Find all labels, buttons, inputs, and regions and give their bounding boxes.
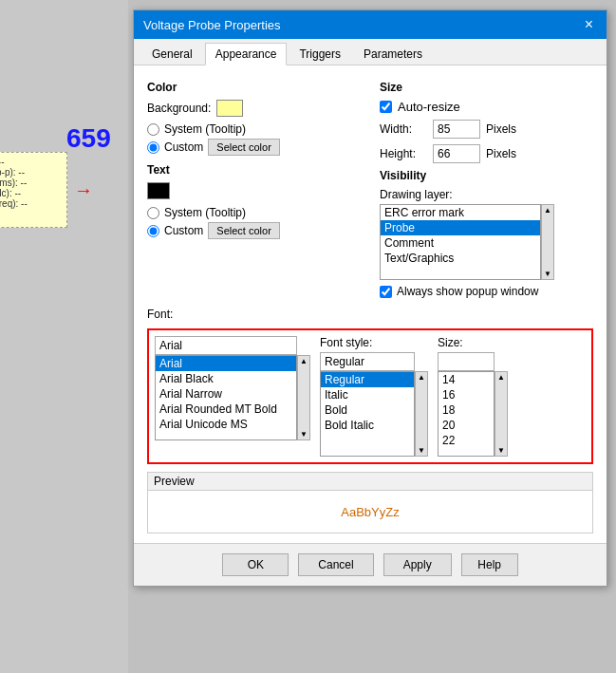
style-list[interactable]: Regular Italic Bold Bold Italic [320, 371, 415, 457]
font-list-container: Arial Arial Black Arial Narrow Arial Rou… [155, 355, 310, 440]
text-label: Text [147, 163, 361, 177]
font-label: Font: [147, 308, 593, 321]
layer-list[interactable]: ERC error mark Probe Comment Text/Graphi… [380, 204, 541, 280]
style-scrollbar[interactable]: ▲ ▼ [415, 371, 428, 457]
preview-text: AaBbYyZz [341, 505, 399, 519]
style-scroll-down[interactable]: ▼ [416, 445, 427, 456]
font-section: Font: Arial Arial Black Arial Narrow Ari… [147, 308, 593, 464]
custom-radio-1[interactable] [147, 141, 159, 154]
tab-triggers[interactable]: Triggers [289, 43, 351, 65]
dialog-content: Color Background: System (Tooltip) Custo… [134, 65, 607, 543]
probe-line4: V(dc): -- [0, 188, 63, 198]
tab-parameters[interactable]: Parameters [353, 43, 433, 65]
auto-resize-checkbox[interactable] [380, 101, 392, 113]
cancel-button[interactable]: Cancel [298, 553, 373, 576]
height-input[interactable]: 66 [433, 144, 480, 163]
system-tooltip-radio-2[interactable]: System (Tooltip) [147, 206, 361, 219]
style-scroll-up[interactable]: ▲ [416, 372, 427, 383]
font-item-arial-narrow[interactable]: Arial Narrow [156, 386, 296, 402]
size-item-20[interactable]: 20 [439, 418, 494, 433]
custom-radio-2[interactable] [147, 225, 159, 237]
system-tooltip-label-1: System (Tooltip) [164, 122, 246, 136]
layer-item-erc[interactable]: ERC error mark [381, 205, 540, 220]
font-scroll-down[interactable]: ▼ [298, 429, 309, 439]
system-tooltip-radio-1[interactable]: System (Tooltip) [147, 122, 361, 136]
color-section: Color Background: System (Tooltip) Custo… [147, 81, 361, 156]
layer-list-container: ERC error mark Probe Comment Text/Graphi… [380, 204, 593, 280]
always-show-checkbox[interactable] [380, 286, 392, 298]
select-color-btn-1[interactable]: Select color [208, 139, 279, 156]
tab-general[interactable]: General [141, 43, 203, 65]
font-item-arial-black[interactable]: Arial Black [156, 371, 296, 386]
visibility-section: Visibility Drawing layer: ERC error mark… [380, 169, 593, 298]
size-scrollbar[interactable]: ▲ ▼ [495, 371, 508, 457]
size-label: Size [380, 81, 593, 94]
probe-line5: V(freq): -- [0, 198, 63, 209]
font-scrollbar[interactable]: ▲ ▼ [297, 355, 310, 440]
style-item-bold[interactable]: Bold [321, 402, 414, 418]
size-scroll-up[interactable]: ▲ [495, 372, 507, 383]
font-name-input[interactable] [155, 336, 297, 355]
font-item-arial-rounded[interactable]: Arial Rounded MT Bold [156, 402, 296, 417]
custom-label-2: Custom [164, 224, 203, 237]
top-two-col: Color Background: System (Tooltip) Custo… [147, 75, 593, 298]
help-button[interactable]: Help [461, 553, 518, 576]
always-show-label: Always show popup window [397, 285, 538, 298]
system-tooltip-label-2: System (Tooltip) [164, 206, 246, 219]
style-input[interactable] [320, 352, 415, 371]
layer-item-comment[interactable]: Comment [381, 235, 540, 251]
arrow-icon: → [74, 179, 93, 201]
font-item-arial[interactable]: Arial [156, 356, 296, 371]
close-button[interactable]: × [581, 16, 597, 33]
layer-scrollbar[interactable]: ▲ ▼ [541, 204, 554, 280]
size-item-18[interactable]: 18 [439, 402, 494, 418]
drawing-layer-label: Drawing layer: [380, 188, 593, 201]
scroll-down-arrow[interactable]: ▼ [542, 269, 553, 279]
width-label: Width: [380, 122, 427, 136]
font-name-list[interactable]: Arial Arial Black Arial Narrow Arial Rou… [155, 355, 297, 440]
font-area: Arial Arial Black Arial Narrow Arial Rou… [147, 328, 593, 464]
dialog: Voltage Probe Properties × General Appea… [133, 9, 607, 587]
size-item-16[interactable]: 16 [439, 387, 494, 402]
custom-radio-row-2[interactable]: Custom Select color [147, 222, 361, 239]
size-col-input[interactable] [438, 352, 495, 371]
width-input[interactable]: 85 [433, 120, 480, 139]
always-show-row[interactable]: Always show popup window [380, 285, 593, 298]
bg-color-swatch [216, 100, 243, 117]
font-scroll-up[interactable]: ▲ [298, 356, 309, 366]
select-color-btn-2[interactable]: Select color [208, 222, 279, 239]
custom-label-1: Custom [164, 140, 203, 154]
scroll-up-arrow[interactable]: ▲ [542, 205, 553, 215]
visibility-label: Visibility [380, 169, 593, 182]
system-radio-2[interactable] [147, 207, 159, 219]
style-item-regular[interactable]: Regular [321, 372, 414, 387]
custom-radio-row-1[interactable]: Custom Select color [147, 139, 361, 156]
text-color-swatch [147, 182, 170, 199]
pixels-label-1: Pixels [486, 122, 516, 136]
title-bar: Voltage Probe Properties × [134, 10, 607, 39]
size-item-22[interactable]: 22 [439, 433, 494, 448]
style-item-bold-italic[interactable]: Bold Italic [321, 418, 414, 433]
size-item-14[interactable]: 14 [439, 372, 494, 387]
auto-resize-row[interactable]: Auto-resize [380, 100, 593, 114]
apply-button[interactable]: Apply [383, 553, 452, 576]
ok-button[interactable]: OK [222, 553, 289, 576]
tab-appearance[interactable]: Appearance [205, 43, 288, 65]
system-radio-1[interactable] [147, 123, 159, 136]
background-row: Background: [147, 100, 361, 117]
style-item-italic[interactable]: Italic [321, 387, 414, 402]
style-list-container: Regular Italic Bold Bold Italic ▲ ▼ [320, 371, 428, 457]
probe-box: V: -- V(p-p): -- V(rms): -- V(dc): -- V(… [0, 152, 67, 228]
font-row: Arial Arial Black Arial Narrow Arial Rou… [155, 336, 586, 457]
height-row: Height: 66 Pixels [380, 144, 593, 163]
pixels-label-2: Pixels [486, 147, 516, 160]
font-item-arial-unicode[interactable]: Arial Unicode MS [156, 417, 296, 432]
size-scroll-down[interactable]: ▼ [495, 445, 507, 456]
voltage-number: 659 [66, 123, 111, 154]
height-label: Height: [380, 147, 427, 160]
layer-item-probe[interactable]: Probe [381, 220, 540, 235]
left-column: Color Background: System (Tooltip) Custo… [147, 75, 361, 298]
size-list[interactable]: 14 16 18 20 22 [438, 371, 495, 457]
tab-bar: General Appearance Triggers Parameters [134, 39, 607, 65]
layer-item-text[interactable]: Text/Graphics [381, 251, 540, 266]
